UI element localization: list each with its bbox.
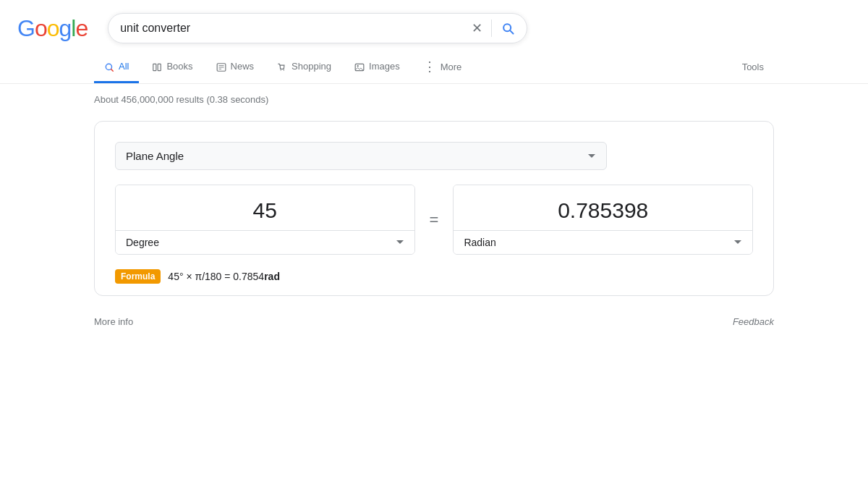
tab-all[interactable]: All <box>94 52 139 83</box>
to-unit-select[interactable]: Radian Degree Gradian Minute of arc Seco… <box>454 230 752 254</box>
google-logo: Google <box>17 15 88 42</box>
converter-inputs: 45 Degree Radian Gradian Minute of arc S… <box>115 185 753 255</box>
logo-letter-g2: g <box>59 15 71 42</box>
formula-badge: Formula <box>115 269 161 284</box>
tab-images[interactable]: Images <box>344 52 410 83</box>
formula-bold-unit: rad <box>264 271 280 282</box>
formula-row: Formula 45° × π/180 = 0.7854rad <box>115 269 753 284</box>
nav-tabs: All Books News <box>0 51 868 84</box>
all-search-icon <box>104 61 114 72</box>
logo-letter-g: G <box>17 15 35 42</box>
header: Google unit converter ✕ <box>0 0 868 51</box>
tab-books[interactable]: Books <box>142 52 203 83</box>
tab-news-label: News <box>231 61 255 72</box>
unit-type-select[interactable]: Plane Angle Length Temperature Area Volu… <box>115 142 607 170</box>
logo-letter-o1: o <box>35 15 47 42</box>
clear-icon[interactable]: ✕ <box>472 20 482 36</box>
converter-card: Plane Angle Length Temperature Area Volu… <box>94 121 774 296</box>
logo-letter-o2: o <box>47 15 59 42</box>
svg-point-7 <box>281 70 281 71</box>
feedback-link[interactable]: Feedback <box>733 316 774 327</box>
formula-text: 45° × π/180 = 0.7854rad <box>168 271 280 282</box>
tab-books-label: Books <box>166 61 192 72</box>
more-dots-icon: ⋮ <box>423 60 436 73</box>
search-bar: unit converter ✕ <box>108 13 527 43</box>
results-count: About 456,000,000 results (0.38 seconds) <box>94 94 268 105</box>
tab-more-label: More <box>441 62 462 72</box>
tools-button[interactable]: Tools <box>732 53 774 81</box>
shopping-icon <box>277 61 287 72</box>
search-button[interactable] <box>501 21 515 35</box>
more-info-link[interactable]: More info <box>94 316 133 327</box>
to-value-input[interactable]: 0.785398 <box>454 185 752 230</box>
tab-more[interactable]: ⋮ More <box>413 51 472 84</box>
from-unit-select[interactable]: Degree Radian Gradian Minute of arc Seco… <box>116 230 414 254</box>
card-footer: More info Feedback <box>0 308 868 327</box>
results-info: About 456,000,000 results (0.38 seconds) <box>0 84 868 109</box>
news-icon <box>216 61 226 72</box>
equals-sign: = <box>430 211 439 229</box>
search-divider <box>491 20 492 37</box>
tab-news[interactable]: News <box>206 52 265 83</box>
to-field: 0.785398 Radian Degree Gradian Minute of… <box>453 185 753 255</box>
tab-images-label: Images <box>369 61 400 72</box>
from-value-input[interactable]: 45 <box>116 185 414 230</box>
from-field: 45 Degree Radian Gradian Minute of arc S… <box>115 185 415 255</box>
svg-rect-2 <box>158 64 161 70</box>
tab-shopping[interactable]: Shopping <box>267 52 341 83</box>
images-icon <box>354 61 365 72</box>
formula-text-value: 45° × π/180 = 0.7854 <box>168 271 264 282</box>
svg-rect-1 <box>153 64 156 70</box>
svg-point-10 <box>357 65 359 67</box>
books-icon <box>152 61 162 72</box>
tab-all-label: All <box>119 61 129 72</box>
svg-point-8 <box>284 70 284 71</box>
tab-shopping-label: Shopping <box>292 61 331 72</box>
logo-letter-e: e <box>75 15 88 42</box>
search-input[interactable]: unit converter <box>120 22 466 35</box>
